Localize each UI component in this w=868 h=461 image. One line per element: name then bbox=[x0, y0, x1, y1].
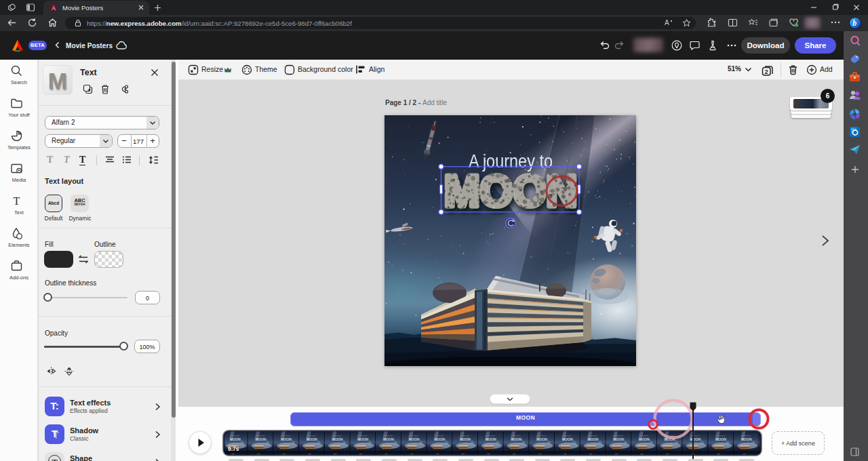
svg-text:A: A bbox=[665, 19, 669, 26]
svg-text:b: b bbox=[852, 18, 856, 28]
svg-text:2: 2 bbox=[765, 68, 768, 75]
svg-text:MOON: MOON bbox=[443, 166, 576, 215]
svg-text:T: T bbox=[14, 195, 20, 207]
svg-text:9.7s: 9.7s bbox=[228, 445, 239, 452]
